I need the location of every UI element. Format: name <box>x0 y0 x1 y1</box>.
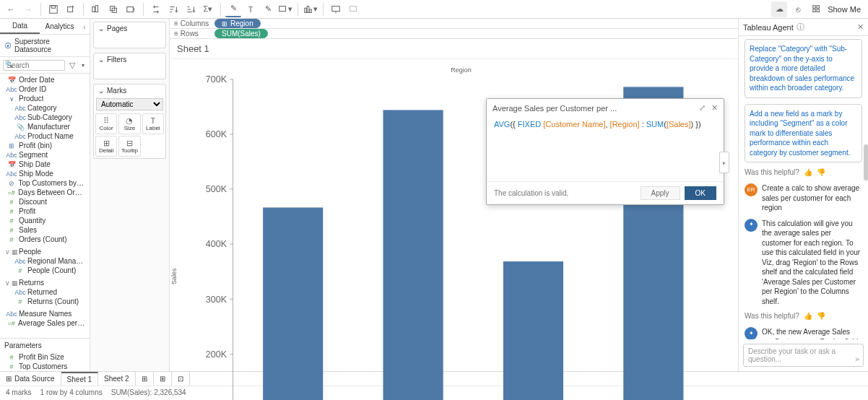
pages-card[interactable]: ⌄Pages <box>94 22 165 35</box>
mark-type-select[interactable]: Automatic <box>96 98 163 110</box>
thumbs-up-icon[interactable]: 👍 <box>804 312 812 320</box>
field-profit-bin[interactable]: Profit (bin) <box>19 142 52 149</box>
new-datasource-icon[interactable] <box>63 1 79 17</box>
db-icon: ⦿ <box>4 42 12 50</box>
send-icon[interactable]: ➤ <box>854 355 860 363</box>
formula-editor[interactable]: AVG({ FIXED [Customer Name], [Region] : … <box>487 117 724 182</box>
forward-icon[interactable]: → <box>20 1 36 17</box>
cloud-icon[interactable]: ☁ <box>771 1 787 17</box>
field-order-date[interactable]: Order Date <box>19 76 54 84</box>
field-category[interactable]: Category <box>27 104 57 112</box>
bot-message-2: OK, the new Average Sales per Customer p… <box>762 327 862 339</box>
field-order-id[interactable]: Order ID <box>19 85 46 93</box>
filters-card[interactable]: ⌄Filters <box>94 53 165 66</box>
share-icon[interactable] <box>345 1 361 17</box>
field-sales[interactable]: Sales <box>19 226 37 234</box>
collapse-icon[interactable]: ‹ <box>79 19 90 34</box>
param-profit-bin[interactable]: Profit Bin Size <box>19 353 64 361</box>
abc-icon: Abc <box>16 289 25 296</box>
fit-icon[interactable]: ▾ <box>277 1 293 17</box>
field-returns-count[interactable]: Returns (Count) <box>27 297 79 305</box>
sheet-title[interactable]: Sheet 1 <box>170 39 738 59</box>
field-avg-sales-cust[interactable]: Average Sales per C... <box>18 319 85 327</box>
data-source-tab[interactable]: ⊞Data Source <box>0 372 61 386</box>
totals-icon[interactable]: Σ▾ <box>200 1 216 17</box>
new-worksheet-icon[interactable] <box>88 1 104 17</box>
mark-color[interactable]: ⠿Color <box>95 113 117 134</box>
highlight-icon[interactable]: ✎ <box>225 1 241 17</box>
field-ship-date[interactable]: Ship Date <box>19 160 51 168</box>
columns-icon: ≡ <box>174 19 178 27</box>
new-dashboard-icon[interactable]: ⊞ <box>154 372 172 386</box>
field-product[interactable]: Product <box>19 95 43 103</box>
status-dims: 1 row by 4 columns <box>40 388 103 396</box>
scrollbar[interactable] <box>864 36 868 339</box>
agent-input[interactable]: Describe your task or ask a question... … <box>743 344 864 367</box>
info-icon[interactable]: ⓘ <box>797 22 804 32</box>
swap-icon[interactable] <box>148 1 164 17</box>
field-returns[interactable]: Returns <box>19 279 44 287</box>
field-measure-names[interactable]: Measure Names <box>19 310 71 318</box>
field-returned[interactable]: Returned <box>27 288 57 296</box>
back-icon[interactable]: ← <box>3 1 19 17</box>
thumbs-up-icon[interactable]: 👍 <box>804 168 812 176</box>
field-regional-mgr[interactable]: Regional Manager <box>27 257 85 265</box>
suggestion-1[interactable]: Replace "Category" with "Sub-Category" o… <box>750 45 854 92</box>
sort-desc-icon[interactable] <box>183 1 199 17</box>
close-agent-icon[interactable]: ✕ <box>857 22 864 32</box>
save-icon[interactable] <box>45 1 61 17</box>
field-manufacturer[interactable]: Manufacturer <box>27 123 70 131</box>
rows-pill-sales[interactable]: SUM(Sales) <box>214 29 268 38</box>
close-icon[interactable]: ✕ <box>711 103 718 113</box>
tab-analytics[interactable]: Analytics <box>40 19 79 34</box>
num-icon: # <box>7 227 16 234</box>
thumbs-down-icon[interactable]: 👎 <box>817 168 825 176</box>
presentation-icon[interactable] <box>328 1 344 17</box>
field-product-name[interactable]: Product Name <box>27 132 74 140</box>
datasource-name[interactable]: ⦿ Superstore Datasource <box>0 35 90 57</box>
show-me[interactable]: ☁ ⎋ Show Me <box>767 1 865 17</box>
columns-pill-region[interactable]: ⊞Region <box>214 19 261 28</box>
field-days-between[interactable]: Days Between Orde... <box>18 188 85 196</box>
mark-tooltip[interactable]: ⊟Tooltip <box>118 136 140 157</box>
field-segment[interactable]: Segment <box>19 151 48 159</box>
dashboard-icon[interactable]: ▾ <box>303 1 318 17</box>
field-quantity[interactable]: Quantity <box>19 217 45 225</box>
param-top-customers[interactable]: Top Customers <box>19 362 67 370</box>
mark-detail[interactable]: ⊞Detail <box>95 136 117 157</box>
expand-icon[interactable]: ⤢ <box>699 103 706 113</box>
parameters-header: Parameters <box>0 338 90 352</box>
field-ship-mode[interactable]: Ship Mode <box>19 170 53 178</box>
tab-data[interactable]: Data <box>0 19 40 34</box>
sheet1-tab[interactable]: Sheet 1 <box>61 372 98 386</box>
mark-label[interactable]: TLabel <box>142 113 164 134</box>
clear-icon[interactable] <box>123 1 139 17</box>
new-sheet-icon[interactable]: ⊞ <box>136 372 154 386</box>
field-discount[interactable]: Discount <box>19 198 47 206</box>
duplicate-icon[interactable] <box>105 1 121 17</box>
guide-icon[interactable]: ⎋ <box>790 1 806 17</box>
labels-icon[interactable]: T <box>243 1 259 17</box>
field-orders-count[interactable]: Orders (Count) <box>19 235 67 243</box>
field-people-count[interactable]: People (Count) <box>27 266 76 274</box>
apply-button[interactable]: Apply <box>641 186 680 200</box>
menu-icon[interactable]: ▾ <box>79 59 87 71</box>
num-icon: # <box>16 267 25 274</box>
suggestion-2[interactable]: Add a new field as a mark by including "… <box>750 110 851 157</box>
ok-button[interactable]: OK <box>685 186 716 200</box>
validation-status: The calculation is valid. <box>494 189 568 197</box>
columns-shelf-label: ≡Columns <box>174 19 210 27</box>
sort-asc-icon[interactable] <box>165 1 181 17</box>
svg-rect-10 <box>310 9 312 12</box>
field-top-customers[interactable]: Top Customers by P... <box>18 179 85 187</box>
abc-icon: Abc <box>7 86 16 93</box>
thumbs-down-icon[interactable]: 👎 <box>817 312 825 320</box>
field-subcategory[interactable]: Sub-Category <box>27 113 72 121</box>
format-icon[interactable]: ✎ <box>260 1 276 17</box>
sheet2-tab[interactable]: Sheet 2 <box>98 372 135 386</box>
field-people[interactable]: People <box>19 248 41 256</box>
dialog-expand-handle[interactable]: ▸ <box>719 152 729 173</box>
field-profit[interactable]: Profit <box>19 207 35 215</box>
filter-icon[interactable]: ▽ <box>66 59 78 71</box>
mark-size[interactable]: ◔Size <box>118 113 140 134</box>
